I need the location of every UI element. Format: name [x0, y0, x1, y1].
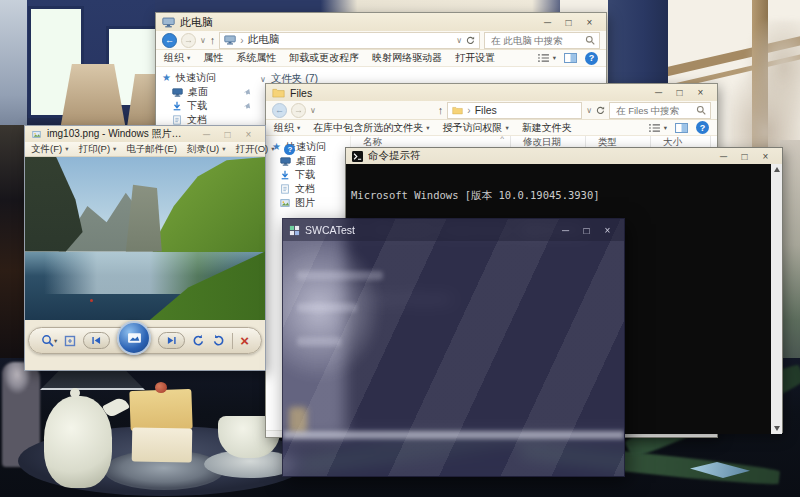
titlebar[interactable]: 此电脑 ─ □ ×: [156, 13, 606, 31]
preview-pane-icon[interactable]: [564, 53, 577, 63]
rotate-clockwise-button[interactable]: [212, 334, 225, 347]
up-button[interactable]: ↑: [438, 104, 444, 116]
pictures-icon: [280, 198, 290, 208]
toolbar-item-uninstall-program[interactable]: 卸载或更改程序: [289, 51, 359, 65]
help-icon[interactable]: ?: [585, 52, 598, 65]
close-button[interactable]: ×: [690, 87, 711, 98]
toolbar-item-give-access[interactable]: 授予访问权限▾: [443, 121, 509, 135]
toolbar-item-include-in-library[interactable]: 在库中包含所选的文件夹▾: [313, 121, 429, 135]
breadcrumb[interactable]: 此电脑: [248, 33, 280, 47]
help-icon[interactable]: ?: [284, 144, 295, 155]
command-bar: 组织▾ 属性 系统属性 卸载或更改程序 映射网络驱动器 打开设置 ▾ ?: [156, 50, 606, 67]
document-icon: [280, 184, 290, 194]
toolbar-item-map-network-drive[interactable]: 映射网络驱动器: [372, 51, 442, 65]
preview-pane-icon[interactable]: [675, 123, 688, 133]
toolbar-item-new-folder[interactable]: 新建文件夹: [522, 121, 572, 135]
sidebar-item-desktop[interactable]: 桌面: [266, 154, 350, 168]
menu-open[interactable]: 打开(O)▾: [235, 143, 274, 156]
titlebar[interactable]: 命令提示符 ─ □ ×: [346, 148, 782, 164]
delete-button[interactable]: ×: [240, 333, 249, 348]
sidebar-item-downloads[interactable]: 下载: [266, 168, 350, 182]
toolbar-item-organize[interactable]: 组织▾: [274, 121, 300, 135]
search-input[interactable]: [489, 34, 582, 47]
close-button[interactable]: ×: [238, 129, 259, 140]
close-button[interactable]: ×: [579, 17, 600, 28]
menu-bar: 文件(F)▾ 打印(P)▾ 电子邮件(E) 刻录(U)▾ 打开(O)▾ ?: [25, 142, 265, 157]
sidebar-item-downloads[interactable]: 下载: [156, 99, 256, 113]
scrollbar[interactable]: [771, 164, 782, 434]
menu-email[interactable]: 电子邮件(E): [126, 143, 177, 156]
scroll-down-icon[interactable]: [774, 426, 780, 431]
wallpaper-cake: [132, 427, 193, 462]
views-icon[interactable]: ▾: [648, 123, 667, 133]
maximize-button[interactable]: □: [558, 17, 579, 28]
folder-icon: [452, 106, 463, 115]
back-button[interactable]: ←: [272, 103, 287, 118]
titlebar[interactable]: img103.png - Windows 照片查看器 ─ □ ×: [25, 126, 265, 142]
history-chevron-icon[interactable]: ∨: [200, 36, 206, 45]
menu-file[interactable]: 文件(F)▾: [31, 143, 68, 156]
menu-print[interactable]: 打印(P)▾: [78, 143, 116, 156]
chevron-down-icon: ▾: [65, 145, 68, 153]
scroll-up-icon[interactable]: [774, 167, 780, 172]
toolbar-item-open-settings[interactable]: 打开设置: [455, 51, 495, 65]
chevron-down-icon: ▾: [506, 124, 509, 132]
breadcrumb[interactable]: Files: [475, 104, 497, 116]
toolbar-item-organize[interactable]: 组织▾: [164, 51, 190, 65]
up-button[interactable]: ↑: [210, 34, 216, 46]
sidebar-item-documents[interactable]: 文档: [266, 182, 350, 196]
minimize-button[interactable]: ─: [537, 17, 558, 28]
refresh-icon[interactable]: [466, 36, 475, 45]
desktop-icon: [280, 157, 291, 166]
address-bar[interactable]: › Files: [447, 102, 582, 119]
sidebar-item-quick-access[interactable]: ★ 快速访问: [266, 140, 350, 154]
close-button[interactable]: ×: [597, 225, 618, 236]
minimize-button[interactable]: ─: [713, 151, 734, 162]
rotate-counterclockwise-button[interactable]: [192, 334, 205, 347]
search-icon[interactable]: [585, 35, 595, 45]
views-icon[interactable]: ▾: [537, 53, 556, 63]
maximize-button[interactable]: □: [576, 225, 597, 236]
photo-toolbar: ▾: [28, 327, 262, 354]
address-bar[interactable]: › 此电脑 ∨: [219, 32, 480, 49]
minimize-button[interactable]: ─: [648, 87, 669, 98]
breadcrumb-separator: ›: [240, 35, 243, 46]
history-chevron-icon[interactable]: ∨: [310, 106, 316, 115]
actual-size-button[interactable]: [64, 335, 76, 347]
toolbar-item-properties[interactable]: 属性: [203, 51, 223, 65]
computer-icon: [224, 35, 236, 45]
maximize-button[interactable]: □: [734, 151, 755, 162]
slideshow-button[interactable]: [117, 321, 151, 355]
maximize-button[interactable]: □: [217, 129, 238, 140]
search-icon[interactable]: [696, 105, 706, 115]
address-dropdown-icon[interactable]: ∨: [456, 36, 462, 45]
address-dropdown-icon[interactable]: ∨: [586, 106, 592, 115]
wallpaper-left-edge: [0, 125, 26, 375]
menu-burn[interactable]: 刻录(U)▾: [187, 143, 225, 156]
refresh-icon[interactable]: [596, 106, 605, 115]
sidebar-item-quick-access[interactable]: ★ 快速访问: [156, 71, 256, 85]
next-button[interactable]: [158, 332, 185, 349]
minimize-button[interactable]: ─: [555, 225, 576, 236]
back-button[interactable]: ←: [162, 33, 177, 48]
zoom-button[interactable]: ▾: [41, 334, 57, 347]
close-button[interactable]: ×: [755, 151, 776, 162]
sidebar-item-desktop[interactable]: 桌面: [156, 85, 256, 99]
swca-light-band: [283, 431, 624, 439]
forward-button[interactable]: ←: [291, 103, 306, 118]
maximize-button[interactable]: □: [669, 87, 690, 98]
titlebar[interactable]: Files ─ □ ×: [266, 84, 717, 101]
quick-access-star-icon: ★: [162, 73, 171, 83]
previous-button[interactable]: [83, 332, 110, 349]
toolbar-item-system-properties[interactable]: 系统属性: [236, 51, 276, 65]
minimize-button[interactable]: ─: [196, 129, 217, 140]
search-input[interactable]: [614, 104, 693, 117]
sidebar-item-pictures[interactable]: 图片: [266, 196, 350, 210]
terminal-line: Microsoft Windows [版本 10.0.19045.3930]: [351, 190, 777, 202]
forward-button[interactable]: ←: [181, 33, 196, 48]
help-icon[interactable]: ?: [696, 121, 709, 134]
titlebar[interactable]: SWCATest ─ □ ×: [283, 219, 624, 241]
window-swcatest: SWCATest ─ □ ×: [282, 218, 625, 477]
wallpaper-topleft: [0, 0, 162, 136]
photo-red-detail: [90, 299, 93, 302]
